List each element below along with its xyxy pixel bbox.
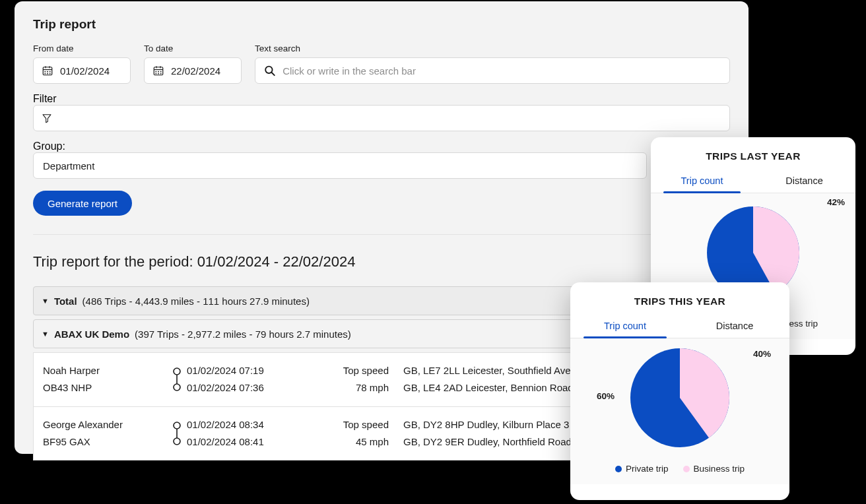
col-location: GB, DY2 8HP Dudley, Kilburn Place 3GB, D…	[389, 416, 580, 451]
route-marker-icon	[167, 362, 187, 397]
total-summary: (486 Trips - 4,443.9 miles - 111 hours 2…	[83, 296, 310, 307]
route-marker-icon	[167, 416, 187, 451]
filter-input[interactable]	[33, 105, 730, 131]
svg-point-27	[174, 438, 180, 445]
svg-rect-16	[160, 71, 162, 73]
calendar-icon	[42, 65, 53, 77]
pie-label-business: 42%	[827, 197, 845, 207]
col-name: George AlexanderBF95 GAX	[43, 416, 167, 451]
total-label: Total	[54, 296, 77, 307]
col-times: 01/02/2024 07:1901/02/2024 07:36	[187, 362, 325, 397]
svg-point-24	[174, 384, 180, 391]
group-select[interactable]: Department	[33, 152, 647, 179]
svg-rect-8	[47, 73, 48, 75]
filter-row: From date 01/02/2024 To date	[33, 44, 730, 84]
group-block: Group: Department	[33, 141, 730, 179]
svg-rect-9	[50, 73, 51, 75]
generate-report-button[interactable]: Generate report	[33, 191, 132, 216]
svg-point-25	[174, 422, 180, 429]
col-speed: Top speed78 mph	[325, 362, 389, 397]
search-field[interactable]	[283, 65, 721, 77]
search-icon	[263, 64, 276, 77]
calendar-icon	[152, 65, 164, 77]
svg-rect-18	[158, 73, 159, 75]
svg-rect-5	[47, 71, 48, 73]
group-label: Group:	[33, 141, 65, 152]
filter-block: Filter	[33, 93, 730, 131]
text-search-input[interactable]	[255, 57, 730, 84]
group-name: ABAX UK Demo	[54, 329, 129, 340]
report-heading: Trip report for the period: 01/02/2024 -…	[33, 253, 730, 270]
tab-distance[interactable]: Distance	[680, 315, 789, 338]
legend: Private trip Business trip	[570, 457, 789, 484]
svg-rect-7	[45, 73, 46, 75]
funnel-icon	[42, 113, 52, 123]
col-times: 01/02/2024 08:3401/02/2024 08:41	[187, 416, 325, 451]
svg-rect-14	[156, 71, 157, 73]
from-date-label: From date	[33, 44, 131, 53]
pie-label-private: 60%	[597, 391, 615, 401]
to-date-block: To date 22/02/2024	[144, 44, 242, 84]
caret-down-icon: ▼	[42, 330, 49, 338]
tab-trip-count[interactable]: Trip count	[570, 315, 680, 338]
filter-label: Filter	[33, 93, 57, 104]
to-date-input[interactable]: 22/02/2024	[144, 57, 242, 84]
svg-rect-19	[160, 73, 162, 75]
to-date-label: To date	[144, 44, 242, 53]
col-location: GB, LE7 2LL Leicester, Southfield Avenue…	[389, 362, 595, 397]
svg-rect-17	[156, 73, 157, 75]
legend-business: Business trip	[683, 464, 745, 474]
svg-point-22	[174, 368, 180, 375]
dot-icon	[615, 466, 622, 472]
col-speed: Top speed45 mph	[325, 416, 389, 451]
caret-down-icon: ▼	[42, 297, 49, 305]
legend-private: Private trip	[615, 464, 669, 474]
divider	[33, 234, 730, 235]
card-title: TRIPS LAST YEAR	[651, 137, 855, 170]
card-title: TRIPS THIS YEAR	[570, 282, 789, 315]
col-name: Noah HarperOB43 NHP	[43, 362, 167, 397]
card-tabs: Trip count Distance	[651, 170, 855, 193]
from-date-block: From date 01/02/2024	[33, 44, 131, 84]
text-search-label: Text search	[255, 44, 730, 53]
group-value: Department	[43, 160, 94, 172]
text-search-block: Text search	[255, 44, 730, 84]
dot-icon	[683, 466, 690, 472]
to-date-value: 22/02/2024	[171, 65, 220, 77]
card-trips-this-year: TRIPS THIS YEAR Trip count Distance 40% …	[570, 282, 789, 500]
group-summary: (397 Trips - 2,977.2 miles - 79 hours 2.…	[135, 329, 351, 340]
pie-label-business: 40%	[753, 349, 771, 359]
tab-distance[interactable]: Distance	[753, 170, 855, 193]
pie-area-this-year: 40% 60%	[570, 338, 789, 457]
svg-rect-4	[45, 71, 46, 73]
svg-rect-6	[50, 71, 51, 73]
page-title: Trip report	[33, 17, 730, 32]
from-date-input[interactable]: 01/02/2024	[33, 57, 131, 84]
pie-chart-icon	[630, 348, 729, 447]
tab-trip-count[interactable]: Trip count	[651, 170, 753, 193]
from-date-value: 01/02/2024	[60, 65, 110, 77]
svg-line-21	[271, 73, 274, 75]
card-tabs: Trip count Distance	[570, 315, 789, 338]
svg-rect-15	[158, 71, 159, 73]
